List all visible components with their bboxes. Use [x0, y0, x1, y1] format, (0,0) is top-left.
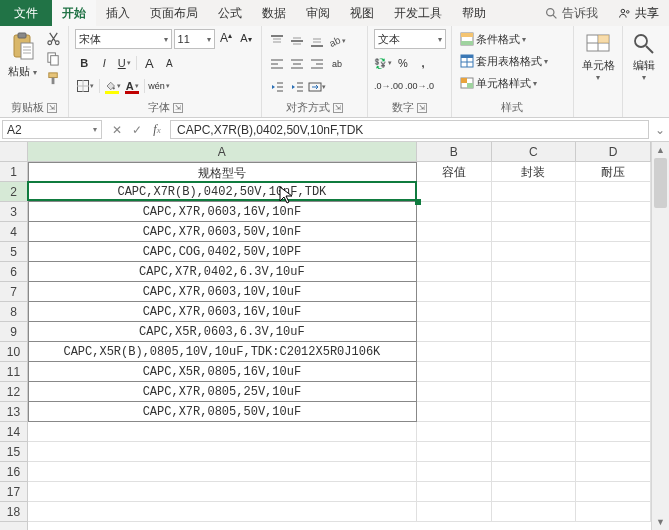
cell-A7[interactable]: CAPC,X7R,0603,10V,10uF — [28, 282, 417, 302]
borders-button[interactable]: ▾ — [75, 77, 96, 95]
cell-B11[interactable] — [417, 362, 492, 382]
cell-C15[interactable] — [492, 442, 577, 462]
align-bottom-button[interactable] — [308, 32, 326, 50]
tab-开始[interactable]: 开始 — [52, 0, 96, 26]
row-header-4[interactable]: 4 — [0, 222, 27, 242]
align-middle-button[interactable] — [288, 32, 306, 50]
tab-插入[interactable]: 插入 — [96, 0, 140, 26]
cell-C12[interactable] — [492, 382, 577, 402]
expand-formula-bar-button[interactable]: ⌄ — [651, 118, 669, 141]
cell-B16[interactable] — [417, 462, 492, 482]
paste-button[interactable]: 粘贴 ▾ — [6, 29, 39, 81]
cell-D9[interactable] — [576, 322, 651, 342]
cell-D14[interactable] — [576, 422, 651, 442]
copy-button[interactable] — [43, 49, 63, 67]
cells-button[interactable]: 单元格▾ — [580, 29, 617, 84]
scroll-up-button[interactable]: ▲ — [652, 142, 669, 158]
tab-审阅[interactable]: 审阅 — [296, 0, 340, 26]
cell-C16[interactable] — [492, 462, 577, 482]
row-headers[interactable]: 123456789101112131415161718 — [0, 162, 28, 530]
bold-button[interactable]: B — [75, 54, 93, 72]
cell-C6[interactable] — [492, 262, 577, 282]
cell-C4[interactable] — [492, 222, 577, 242]
cell-A18[interactable] — [28, 502, 417, 522]
cell-D11[interactable] — [576, 362, 651, 382]
decrease-indent-button[interactable] — [268, 78, 286, 96]
align-top-button[interactable] — [268, 32, 286, 50]
row-header-8[interactable]: 8 — [0, 302, 27, 322]
cell-C1[interactable]: 封装 — [492, 162, 577, 182]
tab-页面布局[interactable]: 页面布局 — [140, 0, 208, 26]
cell-B10[interactable] — [417, 342, 492, 362]
editing-button[interactable]: 编辑▾ — [629, 29, 659, 84]
share-button[interactable]: 共享 — [608, 0, 669, 26]
cell-C2[interactable] — [492, 182, 577, 202]
cell-A16[interactable] — [28, 462, 417, 482]
phonetic-button[interactable]: wén▾ — [148, 77, 170, 95]
cell-A3[interactable]: CAPC,X7R,0603,16V,10nF — [28, 202, 417, 222]
conditional-format-button[interactable]: 条件格式▾ — [458, 29, 567, 49]
tab-数据[interactable]: 数据 — [252, 0, 296, 26]
cell-B1[interactable]: 容值 — [417, 162, 492, 182]
row-header-13[interactable]: 13 — [0, 402, 27, 422]
cell-D18[interactable] — [576, 502, 651, 522]
name-box[interactable]: A2▾ — [2, 120, 102, 139]
cell-D3[interactable] — [576, 202, 651, 222]
select-all-corner[interactable] — [0, 142, 28, 162]
cell-D4[interactable] — [576, 222, 651, 242]
row-header-18[interactable]: 18 — [0, 502, 27, 522]
cell-A2[interactable]: CAPC,X7R(B),0402,50V,10nF,TDK — [28, 182, 417, 202]
font-dialog-launcher[interactable]: ⇲ — [173, 103, 183, 113]
cell-B8[interactable] — [417, 302, 492, 322]
cell-B13[interactable] — [417, 402, 492, 422]
row-header-17[interactable]: 17 — [0, 482, 27, 502]
orientation-button[interactable]: ab▾ — [328, 32, 346, 50]
cell-D5[interactable] — [576, 242, 651, 262]
row-header-1[interactable]: 1 — [0, 162, 27, 182]
scroll-thumb[interactable] — [654, 158, 667, 208]
grow-font-icon-a[interactable]: A — [140, 54, 158, 72]
row-header-12[interactable]: 12 — [0, 382, 27, 402]
tab-file[interactable]: 文件 — [0, 0, 52, 26]
row-header-16[interactable]: 16 — [0, 462, 27, 482]
column-header-B[interactable]: B — [417, 142, 492, 161]
italic-button[interactable]: I — [95, 54, 113, 72]
cell-C8[interactable] — [492, 302, 577, 322]
cell-D1[interactable]: 耐压 — [576, 162, 651, 182]
decrease-decimal-button[interactable]: .00→.0 — [405, 77, 434, 95]
cell-D8[interactable] — [576, 302, 651, 322]
increase-indent-button[interactable] — [288, 78, 306, 96]
cell-A4[interactable]: CAPC,X7R,0603,50V,10nF — [28, 222, 417, 242]
cell-A8[interactable]: CAPC,X7R,0603,16V,10uF — [28, 302, 417, 322]
cut-button[interactable] — [43, 29, 63, 47]
cell-C10[interactable] — [492, 342, 577, 362]
fill-color-button[interactable]: ▾ — [103, 77, 121, 95]
cell-A6[interactable]: CAPC,X7R,0402,6.3V,10uF — [28, 262, 417, 282]
cell-D13[interactable] — [576, 402, 651, 422]
cell-B2[interactable] — [417, 182, 492, 202]
cell-C14[interactable] — [492, 422, 577, 442]
cell-B14[interactable] — [417, 422, 492, 442]
cells-area[interactable]: 规格型号容值封装耐压CAPC,X7R(B),0402,50V,10nF,TDKC… — [28, 162, 651, 530]
row-header-5[interactable]: 5 — [0, 242, 27, 262]
row-header-15[interactable]: 15 — [0, 442, 27, 462]
cell-C13[interactable] — [492, 402, 577, 422]
cell-B17[interactable] — [417, 482, 492, 502]
cell-C3[interactable] — [492, 202, 577, 222]
cell-A14[interactable] — [28, 422, 417, 442]
increase-decimal-button[interactable]: .0→.00 — [374, 77, 403, 95]
cell-D10[interactable] — [576, 342, 651, 362]
cell-A5[interactable]: CAPC,COG,0402,50V,10PF — [28, 242, 417, 262]
vertical-scrollbar[interactable]: ▲ ▼ — [651, 142, 669, 530]
alignment-dialog-launcher[interactable]: ⇲ — [333, 103, 343, 113]
font-name-combo[interactable]: 宋体▾ — [75, 29, 171, 49]
cell-C11[interactable] — [492, 362, 577, 382]
column-header-A[interactable]: A — [28, 142, 417, 161]
scroll-down-button[interactable]: ▼ — [652, 514, 669, 530]
cell-B7[interactable] — [417, 282, 492, 302]
cell-D16[interactable] — [576, 462, 651, 482]
cell-C5[interactable] — [492, 242, 577, 262]
clipboard-dialog-launcher[interactable]: ⇲ — [47, 103, 57, 113]
cell-A10[interactable]: CAPC,X5R(B),0805,10V,10uF,TDK:C2012X5R0J… — [28, 342, 417, 362]
cell-A13[interactable]: CAPC,X7R,0805,50V,10uF — [28, 402, 417, 422]
